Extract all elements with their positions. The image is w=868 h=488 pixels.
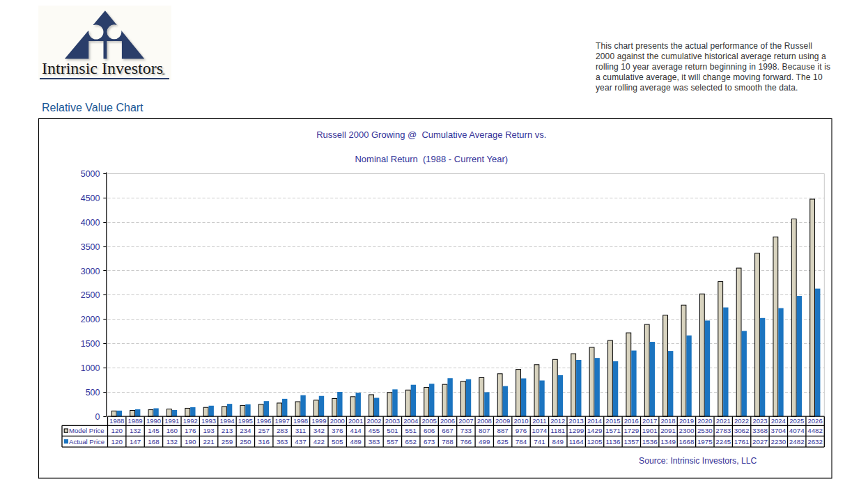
svg-text:652: 652	[405, 438, 417, 446]
svg-text:976: 976	[516, 427, 527, 434]
svg-text:3062: 3062	[734, 427, 750, 434]
svg-text:2009: 2009	[495, 417, 510, 425]
svg-text:1205: 1205	[587, 438, 603, 446]
svg-text:3000: 3000	[81, 267, 100, 276]
svg-text:250: 250	[240, 438, 251, 446]
svg-text:1729: 1729	[623, 427, 639, 434]
svg-text:383: 383	[369, 438, 380, 446]
svg-text:120: 120	[111, 427, 123, 434]
svg-text:2024: 2024	[771, 417, 786, 425]
svg-text:2020: 2020	[697, 417, 712, 425]
svg-text:1999: 1999	[311, 417, 326, 425]
svg-text:1988: 1988	[109, 417, 124, 425]
svg-text:176: 176	[185, 427, 196, 434]
svg-text:2632: 2632	[807, 438, 823, 446]
svg-text:2021: 2021	[716, 417, 731, 425]
svg-text:1164: 1164	[569, 438, 584, 446]
svg-text:1181: 1181	[550, 427, 565, 434]
svg-text:2010: 2010	[513, 417, 528, 425]
svg-text:4074: 4074	[789, 427, 805, 434]
svg-text:788: 788	[442, 438, 454, 446]
svg-text:2500: 2500	[81, 290, 100, 300]
svg-text:1994: 1994	[219, 417, 234, 425]
svg-text:257: 257	[258, 427, 270, 434]
svg-text:1993: 1993	[201, 417, 216, 425]
svg-text:489: 489	[350, 438, 361, 446]
svg-text:2001: 2001	[348, 417, 363, 425]
svg-text:2003: 2003	[385, 417, 400, 425]
svg-text:1995: 1995	[238, 417, 253, 425]
svg-text:2002: 2002	[366, 417, 381, 425]
svg-text:2019: 2019	[679, 417, 694, 425]
svg-text:2011: 2011	[532, 417, 546, 425]
svg-text:4500: 4500	[81, 194, 100, 203]
svg-text:2022: 2022	[734, 417, 749, 425]
svg-text:2014: 2014	[587, 417, 602, 425]
svg-text:4000: 4000	[81, 218, 100, 228]
svg-text:557: 557	[387, 438, 398, 446]
svg-text:414: 414	[350, 427, 362, 434]
svg-text:1998: 1998	[293, 417, 308, 425]
svg-text:1299: 1299	[568, 427, 584, 434]
svg-text:342: 342	[313, 427, 325, 434]
svg-text:807: 807	[479, 427, 490, 434]
svg-text:120: 120	[111, 438, 123, 446]
svg-text:363: 363	[277, 438, 288, 446]
svg-text:3704: 3704	[770, 427, 786, 434]
svg-text:887: 887	[497, 427, 508, 434]
svg-text:2023: 2023	[752, 417, 767, 425]
svg-text:667: 667	[442, 427, 453, 434]
svg-text:606: 606	[424, 427, 435, 434]
svg-text:3368: 3368	[752, 427, 768, 434]
svg-text:4482: 4482	[807, 427, 823, 434]
svg-text:2016: 2016	[624, 417, 639, 425]
svg-text:1668: 1668	[679, 438, 695, 446]
svg-text:2006: 2006	[440, 417, 455, 425]
svg-text:2007: 2007	[458, 417, 473, 425]
svg-text:Model Price: Model Price	[69, 427, 104, 434]
svg-text:132: 132	[166, 438, 178, 446]
svg-text:2004: 2004	[403, 417, 418, 425]
svg-text:2000: 2000	[330, 417, 345, 425]
svg-text:259: 259	[222, 438, 233, 446]
svg-text:1990: 1990	[146, 417, 161, 425]
svg-text:1901: 1901	[642, 427, 658, 434]
svg-text:2017: 2017	[642, 417, 657, 425]
svg-text:2245: 2245	[715, 438, 731, 446]
svg-text:2482: 2482	[789, 438, 805, 446]
svg-text:2012: 2012	[550, 417, 565, 425]
svg-text:5000: 5000	[81, 169, 100, 179]
svg-text:1074: 1074	[532, 427, 548, 434]
svg-text:3500: 3500	[81, 242, 100, 252]
svg-text:1989: 1989	[127, 417, 142, 425]
svg-text:2013: 2013	[569, 417, 584, 425]
svg-text:1571: 1571	[605, 427, 621, 434]
svg-text:741: 741	[534, 438, 545, 446]
svg-text:551: 551	[405, 427, 417, 434]
svg-text:145: 145	[148, 427, 160, 434]
svg-text:784: 784	[516, 438, 527, 446]
svg-text:1500: 1500	[81, 339, 100, 349]
svg-text:1429: 1429	[587, 427, 603, 434]
svg-text:673: 673	[424, 438, 435, 446]
svg-text:625: 625	[497, 438, 509, 446]
svg-text:283: 283	[277, 427, 288, 434]
svg-text:1536: 1536	[642, 438, 658, 446]
svg-text:1349: 1349	[660, 438, 676, 446]
svg-text:2783: 2783	[715, 427, 731, 434]
svg-text:376: 376	[332, 427, 343, 434]
svg-text:455: 455	[369, 427, 380, 434]
svg-text:2230: 2230	[770, 438, 786, 446]
svg-text:2000: 2000	[81, 315, 100, 324]
svg-text:1975: 1975	[697, 438, 713, 446]
svg-text:316: 316	[258, 438, 270, 446]
svg-text:2008: 2008	[477, 417, 492, 425]
svg-text:193: 193	[203, 427, 215, 434]
svg-text:168: 168	[148, 438, 160, 446]
svg-text:2005: 2005	[422, 417, 437, 425]
svg-text:Nominal Return (1988 - Curren: Nominal Return (1988 - Current Year)	[355, 154, 508, 164]
svg-text:505: 505	[332, 438, 343, 446]
svg-text:234: 234	[240, 427, 251, 434]
svg-text:501: 501	[387, 427, 398, 434]
svg-text:0: 0	[95, 412, 100, 422]
